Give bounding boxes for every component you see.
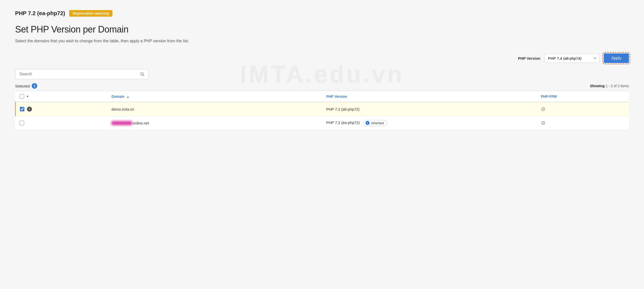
- section-title: Set PHP Version per Domain: [15, 24, 629, 35]
- php-version-header-title: PHP 7.2 (ea-php72): [15, 10, 65, 17]
- showing-info: Showing 1 - 2 of 2 items: [590, 84, 629, 88]
- row2-checkbox[interactable]: [20, 121, 24, 125]
- search-icon: [140, 72, 144, 76]
- row1-php-version: PHP 7.2 (alt-php72): [322, 102, 537, 116]
- svg-point-0: [141, 73, 143, 75]
- php-version-select[interactable]: PHP 5.4 (alt-php54) PHP 5.5 (alt-php55) …: [544, 54, 600, 63]
- row2-php-fpm: ⊘: [537, 116, 629, 130]
- header-php-version: PHP Version: [322, 91, 537, 102]
- table-row: hocmarketinonline.net PHP 7.2 (ea-php72)…: [16, 116, 629, 130]
- row1-checkbox-cell: i: [16, 102, 108, 116]
- header-php-fpm: PHP-FPM: [537, 91, 629, 102]
- row1-block-icon: ⊘: [541, 106, 545, 112]
- inherited-badge: i Inherited: [363, 120, 387, 126]
- selected-info: Selected 1: [15, 83, 37, 89]
- row1-php-fpm: ⊘: [537, 102, 629, 116]
- row1-info-icon[interactable]: i: [27, 107, 32, 112]
- search-row: [15, 69, 629, 79]
- page-header: PHP 7.2 (ea-php72) Deprecation warning: [15, 10, 629, 17]
- inherited-label: Inherited: [371, 121, 384, 125]
- row2-checkbox-cell: [16, 116, 108, 130]
- row2-php-version: PHP 7.2 (ea-php72) i Inherited: [322, 116, 537, 130]
- row1-checkbox[interactable]: [20, 107, 24, 111]
- domain-sort-icon: ▲: [127, 95, 130, 99]
- row2-domain: hocmarketinonline.net: [107, 116, 322, 130]
- search-input[interactable]: [15, 69, 136, 79]
- row2-domain-suffix: online.net: [133, 121, 149, 125]
- showing-label: Showing: [590, 84, 605, 88]
- checkbox-dropdown-button[interactable]: ▾: [26, 94, 29, 99]
- svg-line-1: [143, 75, 144, 76]
- controls-row: PHP Version PHP 5.4 (alt-php54) PHP 5.5 …: [15, 53, 629, 63]
- showing-range: 1 - 2 of 2 items: [606, 84, 629, 88]
- selected-count-badge: 1: [32, 83, 37, 89]
- domains-table: ▾ Domain ▲ PHP Version PHP-FPM: [15, 91, 629, 130]
- header-checkbox-cell: ▾: [16, 91, 108, 102]
- selected-label: Selected: [15, 84, 30, 88]
- row2-domain-blurred-part: hocmarketin: [111, 121, 132, 125]
- table-meta-row: Selected 1 Showing 1 - 2 of 2 items: [15, 83, 629, 89]
- select-all-checkbox[interactable]: [20, 94, 24, 99]
- header-domain[interactable]: Domain ▲: [107, 91, 322, 102]
- row2-block-icon: ⊘: [541, 120, 545, 126]
- table-row: i demo.imta.vn PHP 7.2 (alt-php72) ⊘: [16, 102, 629, 116]
- inherited-info-icon: i: [366, 121, 370, 125]
- row1-domain: demo.imta.vn: [107, 102, 322, 116]
- apply-button[interactable]: Apply: [604, 53, 629, 63]
- search-button[interactable]: [136, 69, 149, 79]
- php-version-label: PHP Version: [518, 56, 540, 60]
- table-header-row: ▾ Domain ▲ PHP Version PHP-FPM: [16, 91, 629, 102]
- section-description: Select the domains that you wish to chan…: [15, 39, 629, 43]
- deprecation-badge: Deprecation warning: [69, 10, 112, 17]
